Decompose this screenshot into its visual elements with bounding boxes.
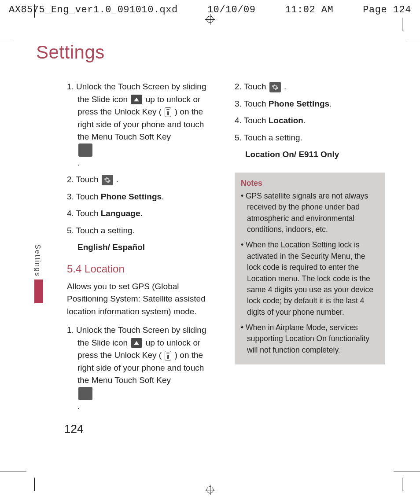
column-left: 1. Unlock the Touch Screen by sliding th… [36,81,217,438]
crop-mark [402,478,402,491]
gear-icon [102,175,113,185]
notes-title: Notes [241,178,379,189]
header-pageref: Page 124 [363,4,411,15]
menu-soft-key-icon [78,387,92,400]
list-item: 2. Touch . [235,81,385,93]
crop-mark [394,471,420,471]
note-item: • GPS satellite signals are not always r… [241,191,379,235]
registration-mark-bottom [206,486,214,493]
header-time: 11:02 AM [285,4,334,15]
location-description: Allows you to set GPS (Global Positionin… [67,280,217,318]
side-tab: Settings [33,244,43,303]
page-body: Settings Settings 1. Unlock the Touch Sc… [0,15,420,446]
page-title: Settings [36,42,385,63]
slide-up-icon [131,338,142,348]
header-date: 10/10/09 [207,4,256,15]
note-item: • When the Location Setting lock is acti… [241,239,379,318]
list-item: 5. Touch a setting. [67,224,217,237]
crop-mark [0,471,26,471]
side-tab-label: Settings [33,244,41,277]
list-item: 1. Unlock the Touch Screen by sliding th… [67,81,217,169]
list-item: 5. Touch a setting. [235,132,385,144]
location-options: Location On/ E911 Only [245,148,385,161]
column-right: 2. Touch . 3. Touch Phone Settings. 4. T… [235,81,385,438]
list-item: 4. Touch Location. [235,114,385,127]
list-item: 1. Unlock the Touch Screen by sliding th… [67,324,217,412]
section-5-4-heading: 5.4 Location [67,261,217,277]
menu-soft-key-icon [78,143,92,157]
side-tab-bar [34,280,43,303]
crop-mark [34,478,35,491]
slide-up-icon [131,95,142,104]
list-item: 4. Touch Language. [67,207,217,220]
unlock-key-icon [165,351,171,361]
note-item: • When in Airplane Mode, services suppor… [241,322,379,356]
preflight-header: AX8575_Eng_ver1.0_091010.qxd 10/10/09 11… [0,0,420,15]
svg-marker-1 [134,341,139,345]
list-item: 2. Touch . [67,173,217,186]
page-number: 124 [64,420,217,438]
list-item: 3. Touch Phone Settings. [67,191,217,203]
unlock-key-icon [165,107,171,117]
gear-icon [269,82,281,92]
list-item: 3. Touch Phone Settings. [235,98,385,110]
language-options: English/ Español [77,241,217,254]
notes-box: Notes • GPS satellite signals are not al… [235,173,385,365]
svg-marker-0 [134,98,139,101]
